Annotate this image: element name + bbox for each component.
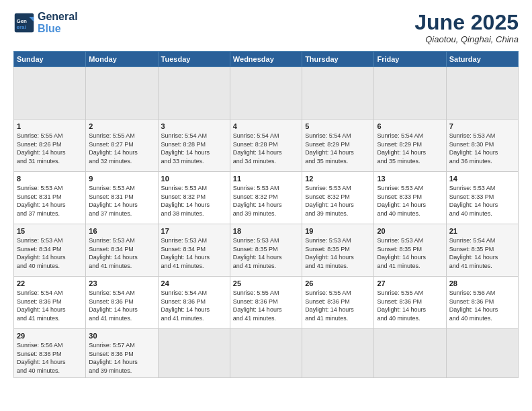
day-number: 24	[161, 279, 227, 287]
table-row: 26Sunrise: 5:55 AM Sunset: 8:36 PM Dayli…	[302, 277, 374, 329]
table-row: 19Sunrise: 5:53 AM Sunset: 8:35 PM Dayli…	[302, 224, 374, 277]
day-number: 26	[305, 279, 371, 287]
day-number: 22	[17, 279, 83, 287]
day-number: 19	[305, 227, 371, 235]
month-title: June 2025	[414, 11, 519, 34]
table-row: 16Sunrise: 5:53 AM Sunset: 8:34 PM Dayli…	[86, 224, 158, 277]
title-block: June 2025 Qiaotou, Qinghai, China	[414, 11, 519, 44]
day-info: Sunrise: 5:54 AM Sunset: 8:29 PM Dayligh…	[305, 132, 371, 165]
location: Qiaotou, Qinghai, China	[414, 34, 519, 44]
day-info: Sunrise: 5:53 AM Sunset: 8:33 PM Dayligh…	[377, 184, 443, 218]
col-saturday: Saturday	[446, 52, 518, 67]
table-row: 7Sunrise: 5:53 AM Sunset: 8:30 PM Daylig…	[446, 120, 518, 172]
table-row	[86, 67, 158, 120]
table-row: 20Sunrise: 5:53 AM Sunset: 8:35 PM Dayli…	[374, 224, 446, 277]
page: Gen eral General Blue June 2025 Qiaotou,…	[0, 0, 532, 411]
day-number: 17	[161, 227, 227, 235]
table-row: 1Sunrise: 5:55 AM Sunset: 8:26 PM Daylig…	[14, 120, 86, 172]
day-number: 30	[89, 332, 154, 340]
col-thursday: Thursday	[302, 52, 374, 67]
calendar-header-row: Sunday Monday Tuesday Wednesday Thursday…	[14, 52, 519, 67]
day-info: Sunrise: 5:56 AM Sunset: 8:36 PM Dayligh…	[17, 341, 83, 375]
table-row	[374, 329, 446, 377]
table-row	[230, 67, 302, 120]
logo-icon: Gen eral	[13, 12, 35, 34]
table-row	[446, 67, 518, 120]
day-number: 18	[233, 227, 299, 235]
day-number: 7	[449, 122, 515, 130]
calendar-table: Sunday Monday Tuesday Wednesday Thursday…	[13, 51, 519, 377]
day-number: 21	[449, 227, 515, 235]
table-row: 27Sunrise: 5:55 AM Sunset: 8:36 PM Dayli…	[374, 277, 446, 329]
day-number: 6	[377, 122, 443, 130]
table-row: 23Sunrise: 5:54 AM Sunset: 8:36 PM Dayli…	[86, 277, 158, 329]
day-info: Sunrise: 5:55 AM Sunset: 8:27 PM Dayligh…	[89, 132, 154, 165]
day-number: 28	[449, 279, 515, 287]
table-row	[302, 329, 374, 377]
table-row: 25Sunrise: 5:55 AM Sunset: 8:36 PM Dayli…	[230, 277, 302, 329]
table-row	[230, 329, 302, 377]
table-row: 24Sunrise: 5:54 AM Sunset: 8:36 PM Dayli…	[158, 277, 230, 329]
day-number: 20	[377, 227, 443, 235]
day-info: Sunrise: 5:53 AM Sunset: 8:30 PM Dayligh…	[449, 132, 515, 165]
table-row: 6Sunrise: 5:54 AM Sunset: 8:29 PM Daylig…	[374, 120, 446, 172]
logo: Gen eral General Blue	[13, 11, 78, 34]
table-row: 2Sunrise: 5:55 AM Sunset: 8:27 PM Daylig…	[86, 120, 158, 172]
day-info: Sunrise: 5:55 AM Sunset: 8:36 PM Dayligh…	[377, 289, 443, 322]
table-row: 12Sunrise: 5:53 AM Sunset: 8:32 PM Dayli…	[302, 172, 374, 224]
table-row	[302, 67, 374, 120]
table-row: 30Sunrise: 5:57 AM Sunset: 8:36 PM Dayli…	[86, 329, 158, 377]
table-row: 4Sunrise: 5:54 AM Sunset: 8:28 PM Daylig…	[230, 120, 302, 172]
svg-text:Gen: Gen	[16, 18, 27, 24]
table-row: 10Sunrise: 5:53 AM Sunset: 8:32 PM Dayli…	[158, 172, 230, 224]
table-row: 15Sunrise: 5:53 AM Sunset: 8:34 PM Dayli…	[14, 224, 86, 277]
day-info: Sunrise: 5:53 AM Sunset: 8:31 PM Dayligh…	[17, 184, 83, 218]
day-info: Sunrise: 5:54 AM Sunset: 8:36 PM Dayligh…	[17, 289, 83, 322]
day-number: 14	[449, 175, 515, 183]
day-number: 13	[377, 175, 443, 183]
table-row: 28Sunrise: 5:56 AM Sunset: 8:36 PM Dayli…	[446, 277, 518, 329]
day-info: Sunrise: 5:53 AM Sunset: 8:35 PM Dayligh…	[377, 236, 443, 270]
day-info: Sunrise: 5:55 AM Sunset: 8:26 PM Dayligh…	[17, 132, 83, 165]
day-number: 8	[17, 175, 83, 183]
table-row: 17Sunrise: 5:53 AM Sunset: 8:34 PM Dayli…	[158, 224, 230, 277]
day-info: Sunrise: 5:54 AM Sunset: 8:28 PM Dayligh…	[233, 132, 299, 165]
table-row: 14Sunrise: 5:53 AM Sunset: 8:33 PM Dayli…	[446, 172, 518, 224]
day-info: Sunrise: 5:53 AM Sunset: 8:34 PM Dayligh…	[89, 236, 154, 270]
day-info: Sunrise: 5:54 AM Sunset: 8:36 PM Dayligh…	[89, 289, 154, 322]
day-info: Sunrise: 5:56 AM Sunset: 8:36 PM Dayligh…	[449, 289, 515, 322]
day-number: 9	[89, 175, 154, 183]
table-row: 11Sunrise: 5:53 AM Sunset: 8:32 PM Dayli…	[230, 172, 302, 224]
day-info: Sunrise: 5:53 AM Sunset: 8:35 PM Dayligh…	[233, 236, 299, 270]
table-row	[158, 329, 230, 377]
table-row: 9Sunrise: 5:53 AM Sunset: 8:31 PM Daylig…	[86, 172, 158, 224]
col-wednesday: Wednesday	[230, 52, 302, 67]
day-info: Sunrise: 5:53 AM Sunset: 8:32 PM Dayligh…	[233, 184, 299, 218]
day-info: Sunrise: 5:55 AM Sunset: 8:36 PM Dayligh…	[233, 289, 299, 322]
table-row: 8Sunrise: 5:53 AM Sunset: 8:31 PM Daylig…	[14, 172, 86, 224]
day-number: 15	[17, 227, 83, 235]
col-sunday: Sunday	[14, 52, 86, 67]
day-number: 5	[305, 122, 371, 130]
day-number: 29	[17, 332, 83, 340]
day-info: Sunrise: 5:54 AM Sunset: 8:36 PM Dayligh…	[161, 289, 227, 322]
day-number: 12	[305, 175, 371, 183]
day-info: Sunrise: 5:53 AM Sunset: 8:33 PM Dayligh…	[449, 184, 515, 218]
day-number: 4	[233, 122, 299, 130]
day-info: Sunrise: 5:54 AM Sunset: 8:35 PM Dayligh…	[449, 236, 515, 270]
day-info: Sunrise: 5:53 AM Sunset: 8:31 PM Dayligh…	[89, 184, 154, 218]
table-row: 5Sunrise: 5:54 AM Sunset: 8:29 PM Daylig…	[302, 120, 374, 172]
table-row	[14, 67, 86, 120]
day-info: Sunrise: 5:54 AM Sunset: 8:29 PM Dayligh…	[377, 132, 443, 165]
table-row: 13Sunrise: 5:53 AM Sunset: 8:33 PM Dayli…	[374, 172, 446, 224]
day-number: 2	[89, 122, 154, 130]
day-number: 23	[89, 279, 154, 287]
day-number: 1	[17, 122, 83, 130]
col-monday: Monday	[86, 52, 158, 67]
day-info: Sunrise: 5:53 AM Sunset: 8:34 PM Dayligh…	[17, 236, 83, 270]
day-number: 16	[89, 227, 154, 235]
day-info: Sunrise: 5:53 AM Sunset: 8:34 PM Dayligh…	[161, 236, 227, 270]
day-info: Sunrise: 5:53 AM Sunset: 8:32 PM Dayligh…	[161, 184, 227, 218]
header: Gen eral General Blue June 2025 Qiaotou,…	[13, 11, 519, 44]
svg-text:eral: eral	[16, 24, 26, 30]
